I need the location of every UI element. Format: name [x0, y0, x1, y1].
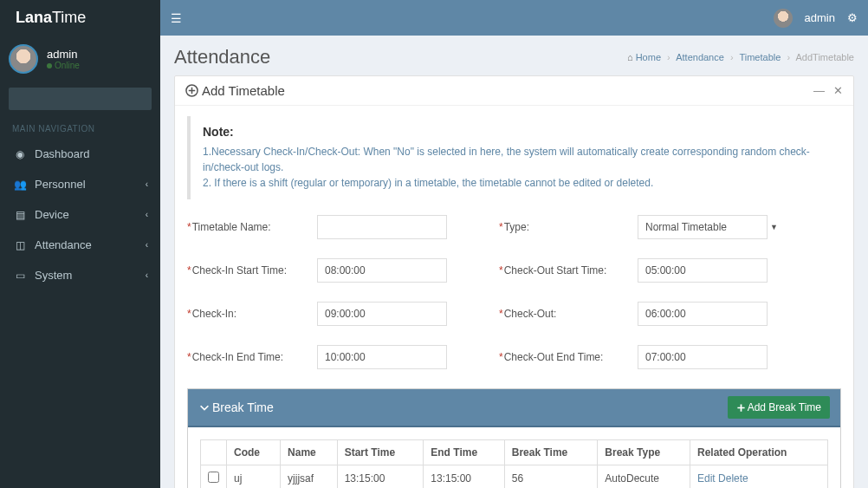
break-table: Code Name Start Time End Time Break Time…	[200, 439, 828, 488]
crumb-timetable[interactable]: Timetable	[739, 52, 781, 62]
user-panel: admin Online	[0, 36, 160, 82]
breadcrumb: ⌂ Home › Attendance › Timetable › AddTim…	[627, 52, 854, 62]
plus-circle-icon	[185, 84, 198, 97]
break-panel: Break Time Add Break Time	[187, 388, 841, 488]
chevron-left-icon: ‹	[146, 270, 148, 280]
panel-title-wrap: Add Timetable	[185, 83, 285, 98]
crumb-home[interactable]: Home	[636, 52, 661, 62]
panel-title: Add Timetable	[202, 83, 285, 98]
brand-suffix: Time	[52, 9, 86, 27]
topbar: ☰ admin ⚙	[160, 0, 868, 36]
row-checkbox[interactable]	[208, 472, 219, 483]
col-end: End Time	[424, 440, 504, 465]
sidebar-item-label: Device	[35, 208, 69, 221]
add-break-time-button[interactable]: Add Break Time	[728, 396, 830, 419]
label-checkin-start: Check-In Start Time:	[187, 264, 317, 277]
hamburger-icon[interactable]: ☰	[171, 11, 182, 25]
label-timetable-name: Timetable Name:	[187, 221, 317, 233]
form-grid: Timetable Name: Type: Normal Timetable ▼…	[187, 215, 841, 369]
panel-header: Add Timetable — ✕	[175, 76, 853, 106]
content-header: Attendance ⌂ Home › Attendance › Timetab…	[160, 36, 868, 75]
plus-icon	[736, 403, 746, 413]
cell-name: yjjjsaf	[281, 465, 338, 489]
chevron-down-icon[interactable]	[198, 401, 211, 413]
chevron-down-icon: ▼	[770, 223, 778, 231]
avatar	[9, 44, 38, 74]
users-icon: 👥	[12, 179, 28, 191]
checkout-input[interactable]	[638, 302, 768, 326]
label-checkin: Check-In:	[187, 308, 317, 320]
col-bt: Break Time	[504, 440, 598, 465]
system-icon: ▭	[12, 270, 28, 282]
sidebar-search[interactable]	[9, 88, 152, 110]
avatar-icon[interactable]	[774, 9, 793, 28]
cell-code: uj	[227, 465, 281, 489]
brand-prefix: Lana	[16, 9, 52, 27]
sidebar-item-label: System	[35, 269, 72, 282]
break-title: Break Time	[212, 400, 274, 414]
cell-start: 13:15:00	[337, 465, 424, 489]
note-box: Note: 1.Necessary Check-In/Check-Out: Wh…	[187, 116, 841, 199]
panel-add-timetable: Add Timetable — ✕ Note: 1.Necessary Chec…	[174, 75, 854, 488]
sidebar: LanaTime admin Online MAIN NAVIGATION ◉ …	[0, 0, 160, 488]
sidebar-item-label: Attendance	[35, 238, 92, 251]
panel-body: Note: 1.Necessary Check-In/Check-Out: Wh…	[175, 106, 853, 488]
note-line-1: 1.Necessary Check-In/Check-Out: When "No…	[203, 144, 829, 175]
col-name: Name	[281, 440, 338, 465]
label-checkout: Check-Out:	[499, 308, 638, 320]
gauge-icon: ◉	[12, 148, 28, 160]
topbar-username[interactable]: admin	[805, 11, 835, 24]
label-checkin-end: Check-In End Time:	[187, 351, 317, 363]
delete-link[interactable]: Delete	[718, 472, 748, 485]
main: ☰ admin ⚙ Attendance ⌂ Home › Attendance…	[160, 0, 868, 488]
cell-bt: 56	[504, 465, 598, 489]
break-header: Break Time Add Break Time	[188, 389, 840, 427]
label-type: Type:	[499, 221, 638, 233]
sidebar-item-label: Dashboard	[35, 147, 90, 160]
col-start: Start Time	[337, 440, 424, 465]
col-select	[201, 440, 227, 465]
checkin-end-input[interactable]	[317, 345, 447, 369]
type-select[interactable]: Normal Timetable	[638, 215, 768, 239]
sidebar-item-personnel[interactable]: 👥 Personnel ‹	[0, 169, 160, 199]
sidebar-username: admin	[47, 48, 80, 61]
checkout-start-input[interactable]	[638, 258, 768, 283]
checkin-start-input[interactable]	[317, 258, 447, 283]
sidebar-status: Online	[47, 61, 80, 70]
brand-logo: LanaTime	[0, 0, 160, 36]
checkin-input[interactable]	[317, 302, 447, 326]
gears-icon[interactable]: ⚙	[847, 11, 858, 24]
sidebar-item-attendance[interactable]: ◫ Attendance ‹	[0, 230, 160, 260]
page-title: Attendance	[174, 46, 270, 68]
chevron-left-icon: ‹	[146, 179, 148, 189]
label-checkout-end: Check-Out End Time:	[499, 351, 638, 363]
note-title: Note:	[203, 125, 829, 139]
col-op: Related Operation	[690, 440, 828, 465]
attendance-icon: ◫	[12, 239, 28, 251]
status-dot-icon	[47, 63, 52, 68]
close-icon[interactable]: ✕	[833, 84, 843, 97]
sidebar-item-label: Personnel	[35, 178, 86, 191]
crumb-add: AddTimetable	[796, 52, 854, 62]
nav-header: MAIN NAVIGATION	[0, 115, 160, 139]
note-line-2: 2. If there is a shift (regular or tempo…	[203, 175, 829, 191]
timetable-name-input[interactable]	[317, 215, 447, 239]
device-icon: ▤	[12, 209, 28, 221]
crumb-attendance[interactable]: Attendance	[676, 52, 724, 62]
minimize-icon[interactable]: —	[813, 84, 825, 97]
label-checkout-start: Check-Out Start Time:	[499, 264, 638, 277]
cell-end: 13:15:00	[424, 465, 504, 489]
checkout-end-input[interactable]	[638, 345, 768, 369]
content: Add Timetable — ✕ Note: 1.Necessary Chec…	[160, 75, 868, 488]
home-icon: ⌂	[627, 52, 633, 62]
chevron-left-icon: ‹	[146, 210, 148, 219]
col-btype: Break Type	[598, 440, 690, 465]
sidebar-item-device[interactable]: ▤ Device ‹	[0, 199, 160, 230]
chevron-left-icon: ‹	[146, 240, 148, 250]
cell-btype: AutoDecute	[598, 465, 690, 489]
edit-link[interactable]: Edit	[697, 472, 716, 485]
sidebar-item-dashboard[interactable]: ◉ Dashboard	[0, 139, 160, 169]
table-row: uj yjjjsaf 13:15:00 13:15:00 56 AutoDecu…	[201, 465, 828, 489]
sidebar-item-system[interactable]: ▭ System ‹	[0, 260, 160, 290]
break-body: Code Name Start Time End Time Break Time…	[188, 427, 840, 488]
